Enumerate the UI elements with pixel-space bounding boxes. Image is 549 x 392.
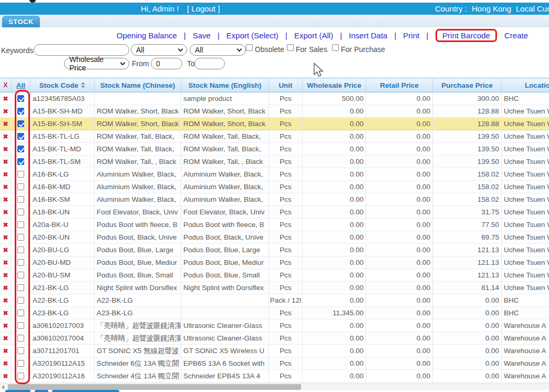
toolbar-export-select-button[interactable]: Export (Select) (226, 31, 278, 40)
delete-row-button[interactable]: ✖ (0, 345, 12, 357)
delete-row-button[interactable]: ✖ (0, 118, 12, 130)
delete-row-button[interactable]: ✖ (0, 357, 12, 370)
to-label: To (187, 59, 195, 68)
unit-cell: Pcs (269, 130, 303, 143)
delete-row-button[interactable]: ✖ (0, 319, 12, 332)
delete-row-button[interactable]: ✖ (0, 269, 12, 282)
header-select-all[interactable]: All (16, 81, 25, 89)
row-checkbox[interactable] (17, 373, 24, 379)
bottom-button-1[interactable] (5, 390, 30, 392)
bottom-button-3[interactable] (52, 390, 119, 392)
row-checkbox[interactable] (17, 310, 24, 316)
row-checkbox[interactable] (17, 209, 24, 215)
row-checkbox[interactable] (17, 284, 24, 291)
toolbar-opening-balance-button[interactable]: Opening Balance (117, 31, 177, 40)
row-checkbox[interactable] (17, 335, 24, 342)
delete-row-button[interactable]: ✖ (0, 156, 12, 168)
stock-name-english-cell: ROM Walker, Tall, , Black (181, 156, 269, 168)
row-checkbox[interactable] (17, 347, 24, 354)
wholesale-price-cell: 0.00 (303, 130, 366, 143)
user-greeting: Hi, Admin ! (141, 4, 179, 13)
row-checkbox[interactable] (17, 272, 24, 278)
toolbar-create-button[interactable]: Create (504, 31, 528, 40)
delete-row-button[interactable]: ✖ (0, 332, 12, 345)
row-checkbox[interactable] (17, 246, 24, 253)
row-checkbox[interactable] (17, 322, 24, 329)
row-checkbox[interactable] (17, 171, 24, 178)
stock-code-cell: A320190112A16 (30, 370, 95, 383)
purchase-price-cell: 121.13 (433, 256, 502, 269)
unit-cell: Pcs (269, 269, 303, 282)
delete-row-button[interactable]: ✖ (0, 370, 12, 383)
row-checkbox[interactable] (17, 120, 24, 127)
table-row: ✖a306102017003「亮睛睛」超聲波眼鏡清潔Ultrasonic Cle… (0, 319, 549, 332)
delete-row-button[interactable]: ✖ (0, 130, 12, 143)
row-checkbox[interactable] (17, 221, 24, 228)
header-delete-all[interactable]: X (3, 81, 7, 89)
header-stock-code[interactable]: Stock Code (30, 78, 95, 92)
delete-row-button[interactable]: ✖ (0, 307, 12, 319)
keywords-input[interactable] (34, 44, 129, 56)
stock-name-english-cell: ROM Walker, Short, Black (181, 118, 269, 130)
row-checkbox[interactable] (17, 183, 24, 190)
retail-price-cell: 0.00 (366, 156, 433, 168)
obsolete-checkbox[interactable] (246, 44, 253, 51)
stock-code-cell: a306102017004 (30, 332, 95, 345)
delete-row-button[interactable]: ✖ (0, 219, 12, 231)
row-checkbox[interactable] (17, 360, 24, 367)
category-select-1[interactable]: All (131, 44, 187, 56)
for-sales-checkbox[interactable] (287, 44, 294, 51)
delete-row-button[interactable]: ✖ (0, 92, 12, 105)
delete-row-button[interactable]: ✖ (0, 256, 12, 269)
wholesale-price-cell: 11,345.00 (303, 307, 366, 319)
price-field-select[interactable]: Wholesale Price (64, 58, 129, 69)
delete-row-button[interactable]: ✖ (0, 105, 12, 118)
toolbar-print-barcode-button[interactable]: Print Barcode (442, 31, 490, 40)
row-checkbox[interactable] (17, 196, 24, 203)
row-checkbox[interactable] (17, 146, 24, 152)
bottom-button-2[interactable] (35, 390, 48, 392)
delete-row-button[interactable]: ✖ (0, 231, 12, 244)
logout-link[interactable]: [ Logout ] (187, 4, 220, 13)
for-purchase-checkbox[interactable] (332, 44, 339, 51)
delete-row-button[interactable]: ✖ (0, 282, 12, 294)
toolbar-insert-data-button[interactable]: Insert Data (349, 31, 387, 40)
row-checkbox[interactable] (17, 95, 24, 102)
stock-code-cell: A20-BU-LG (30, 244, 95, 256)
stock-name-chinese-cell: ROM Walker, Tall, Black, (95, 130, 181, 143)
toolbar-export-all-button[interactable]: Export (All) (294, 31, 333, 40)
retail-price-cell: 0.00 (366, 307, 433, 319)
delete-row-button[interactable]: ✖ (0, 244, 12, 256)
row-checkbox[interactable] (17, 297, 24, 304)
price-from-input[interactable] (151, 58, 182, 69)
scroll-left-arrow-icon[interactable] (2, 385, 4, 389)
delete-row-button[interactable]: ✖ (0, 181, 12, 193)
delete-row-button[interactable]: ✖ (0, 143, 12, 156)
row-checkbox[interactable] (17, 259, 24, 266)
delete-row-button[interactable]: ✖ (0, 206, 12, 219)
toolbar-print-button[interactable]: Print (403, 31, 419, 40)
delete-row-button[interactable]: ✖ (0, 193, 12, 206)
stock-name-english-cell: Schneider EPB4S 13A 4 (181, 370, 269, 383)
price-to-input[interactable] (194, 58, 225, 69)
toolbar-save-button[interactable]: Save (193, 31, 211, 40)
purchase-price-cell: 158.02 (433, 168, 502, 181)
toolbar-separator: | (285, 31, 287, 40)
row-checkbox[interactable] (17, 234, 24, 241)
row-checkbox[interactable] (17, 158, 24, 165)
delete-row-button[interactable]: ✖ (0, 294, 12, 307)
row-checkbox[interactable] (17, 108, 24, 115)
toolbar-separator: | (394, 31, 396, 40)
header-location: Location (502, 78, 549, 92)
purchase-price-cell: 77.50 (433, 219, 502, 231)
row-checkbox[interactable] (17, 133, 24, 140)
purchase-price-cell: 0.00 (433, 370, 502, 383)
horizontal-scrollbar[interactable] (0, 383, 549, 390)
table-row: ✖A15-BK-TL-SMROM Walker, Tall, , BlackRO… (0, 156, 549, 168)
category-select-2[interactable]: All (190, 44, 246, 56)
stock-name-chinese-cell: Podus Boot, Blue, Small (95, 269, 181, 282)
stock-name-english-cell: ROM Walker, Tall, Black, (181, 143, 269, 156)
scrollbar-thumb[interactable] (8, 384, 301, 390)
tab-stock[interactable]: STOCK (2, 16, 40, 27)
delete-row-button[interactable]: ✖ (0, 168, 12, 181)
